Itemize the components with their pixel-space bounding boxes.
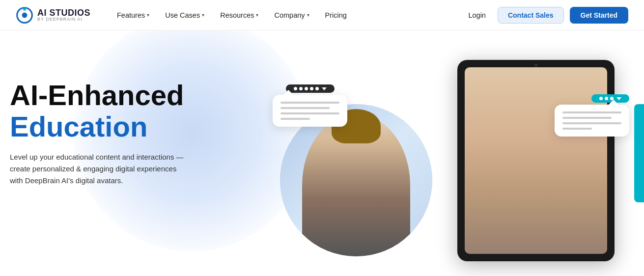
nav-item-features[interactable]: Features ▾ [110,8,156,22]
hero-section: AI-Enhanced Education Level up your educ… [0,30,644,276]
navbar: AI STUDIOS by DEEPBRAIN AI Features ▾ Us… [0,0,644,30]
handle-dot [294,87,297,90]
hero-text-block: AI-Enhanced Education Level up your educ… [0,80,187,187]
bubble-line [280,112,339,114]
bubble-line [562,111,621,113]
chevron-down-icon: ▾ [307,12,309,18]
chat-bubble-right [555,94,629,137]
handle-arrow-icon [322,87,327,90]
bubble-line [562,122,621,124]
logo-main-text: AI STUDIOS [37,8,90,17]
hero-title-line2: Education [10,111,187,142]
svg-point-1 [22,12,28,18]
bubble-line [562,128,592,130]
nav-item-company[interactable]: Company ▾ [267,8,316,22]
logo-icon [16,6,33,24]
cyan-edge-decoration [634,104,644,202]
nav-actions: Login Contact Sales Get Started [462,7,628,24]
nav-links: Features ▾ Use Cases ▾ Resources ▾ Compa… [110,8,462,22]
bubble-line [280,102,339,104]
handle-dot [310,87,313,90]
nav-item-use-cases[interactable]: Use Cases ▾ [158,8,211,22]
nav-item-pricing[interactable]: Pricing [318,8,354,22]
logo-sub-text: by DEEPBRAIN AI [37,17,90,22]
speech-bubble-right [555,105,629,137]
login-button[interactable]: Login [462,8,491,22]
svg-point-2 [23,7,26,10]
tablet-camera [534,64,537,67]
contact-sales-button[interactable]: Contact Sales [498,7,564,24]
handle-dot [599,97,603,100]
chevron-down-icon: ▾ [202,12,204,18]
speech-bubble-left [273,95,347,127]
hero-title-line1: AI-Enhanced [10,80,187,111]
bubble-line [280,107,330,109]
bubble-line [562,117,612,119]
logo[interactable]: AI STUDIOS by DEEPBRAIN AI [16,6,90,24]
chevron-down-icon: ▾ [256,12,258,18]
handle-dot [605,97,608,100]
tablet-screen [457,60,615,261]
nav-item-resources[interactable]: Resources ▾ [213,8,265,22]
avatar-circle [280,104,432,256]
logo-text: AI STUDIOS by DEEPBRAIN AI [37,8,90,22]
handle-dot [315,87,319,90]
get-started-button[interactable]: Get Started [570,7,628,24]
hero-description: Level up your educational content and in… [10,151,187,187]
chevron-down-icon: ▾ [147,12,149,18]
handle-dot [299,87,303,90]
bubble-line [280,118,310,120]
handle-dot [305,87,308,90]
chat-bubble-left [273,84,347,127]
